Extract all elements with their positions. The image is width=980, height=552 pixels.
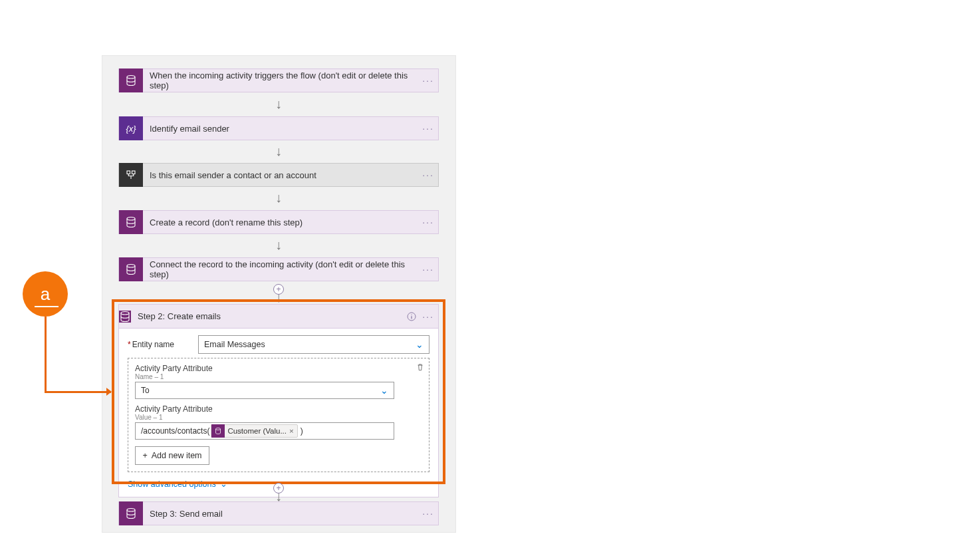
arrow-down-icon: ↓: [275, 144, 282, 158]
step-title: When the incoming activity triggers the …: [143, 70, 418, 90]
more-icon[interactable]: ···: [418, 508, 438, 519]
more-icon[interactable]: ···: [418, 170, 438, 180]
annotation-label: a: [41, 284, 50, 305]
step-title: Identify email sender: [143, 124, 418, 134]
more-icon[interactable]: ···: [418, 264, 438, 275]
ap-value-prefix: /accounts/contacts(: [141, 426, 209, 436]
ap-value-suffix: ): [301, 426, 303, 436]
ap-name-value: To: [141, 386, 150, 395]
step-trigger[interactable]: When the incoming activity triggers the …: [118, 69, 439, 92]
ap-value-label: Activity Party Attribute: [135, 404, 422, 414]
database-icon: [119, 257, 143, 281]
svg-rect-8: [411, 316, 412, 319]
step-title: Connect the record to the incoming activ…: [143, 259, 418, 279]
step-title: Step 2: Create emails: [131, 311, 406, 321]
database-icon: [119, 501, 143, 525]
step-title: Is this email sender a contact or an acc…: [143, 170, 418, 180]
variable-icon: {x}: [119, 116, 143, 140]
dynamic-token[interactable]: Customer (Valu... ×: [211, 424, 297, 438]
annotation-underline: [35, 306, 59, 307]
token-label: Customer (Valu...: [227, 427, 287, 435]
arrow-down-icon: ↓: [275, 191, 282, 204]
svg-rect-2: [132, 171, 136, 174]
ap-name-select[interactable]: To ⌄: [135, 382, 394, 399]
step-create-record[interactable]: Create a record (don't rename this step)…: [118, 210, 439, 234]
condition-icon: [119, 163, 143, 187]
step-create-emails-card: Step 2: Create emails ··· *Entity name E…: [118, 304, 439, 497]
step-title: Step 3: Send email: [143, 509, 418, 519]
database-icon: [119, 311, 131, 323]
add-item-label: Add new item: [152, 451, 202, 460]
ap-name-sublabel: Name – 1: [135, 373, 422, 380]
chevron-down-icon: ⌄: [220, 479, 227, 489]
entity-name-select[interactable]: Email Messages ⌄: [198, 335, 429, 354]
annotation-connector-v: [45, 317, 47, 393]
arrow-down-icon: ↓: [275, 489, 282, 503]
remove-token-icon[interactable]: ×: [289, 427, 294, 435]
svg-point-9: [216, 428, 221, 430]
plus-icon: +: [142, 451, 147, 460]
card-header[interactable]: Step 2: Create emails ···: [119, 305, 438, 329]
step-condition[interactable]: Is this email sender a contact or an acc…: [118, 163, 439, 187]
annotation-connector-h: [45, 391, 111, 393]
annotation-badge: a: [23, 271, 68, 317]
database-icon: [119, 210, 143, 234]
step-send-email[interactable]: Step 3: Send email ···: [118, 501, 439, 525]
delete-icon[interactable]: [416, 362, 425, 372]
ap-name-label: Activity Party Attribute: [135, 364, 422, 373]
svg-point-0: [127, 76, 135, 79]
arrow-down-icon: ↓: [275, 97, 282, 110]
svg-point-7: [411, 314, 412, 315]
database-icon: [119, 69, 143, 92]
activity-party-block: Activity Party Attribute Name – 1 To ⌄ A…: [128, 358, 429, 472]
more-icon[interactable]: ···: [418, 217, 438, 227]
ap-value-sublabel: Value – 1: [135, 414, 422, 421]
chevron-down-icon: ⌄: [416, 339, 424, 350]
arrow-down-icon: ↓: [275, 291, 282, 304]
ap-value-input[interactable]: /accounts/contacts( Customer (Valu... × …: [135, 422, 394, 440]
add-new-item-button[interactable]: + Add new item: [135, 446, 209, 465]
step-title: Create a record (don't rename this step): [143, 217, 418, 227]
step-connect-record[interactable]: Connect the record to the incoming activ…: [118, 257, 439, 281]
svg-point-4: [127, 265, 135, 268]
svg-point-3: [127, 217, 135, 221]
entity-name-value: Email Messages: [204, 340, 265, 349]
show-advanced-link[interactable]: Show advanced options ⌄: [128, 479, 227, 489]
chevron-down-icon: ⌄: [380, 385, 388, 396]
token-database-icon: [211, 424, 225, 438]
svg-point-5: [121, 311, 129, 315]
entity-name-label: *Entity name: [128, 340, 191, 349]
more-icon[interactable]: ···: [418, 123, 438, 134]
annotation-arrowhead: [106, 388, 112, 396]
more-icon[interactable]: ···: [418, 311, 438, 322]
more-icon[interactable]: ···: [418, 75, 438, 86]
svg-point-10: [127, 509, 135, 512]
arrow-down-icon: ↓: [275, 238, 282, 251]
show-advanced-label: Show advanced options: [128, 480, 216, 489]
step-identify-sender[interactable]: {x} Identify email sender ···: [118, 116, 439, 140]
info-icon[interactable]: [406, 311, 418, 322]
svg-rect-1: [127, 171, 130, 174]
